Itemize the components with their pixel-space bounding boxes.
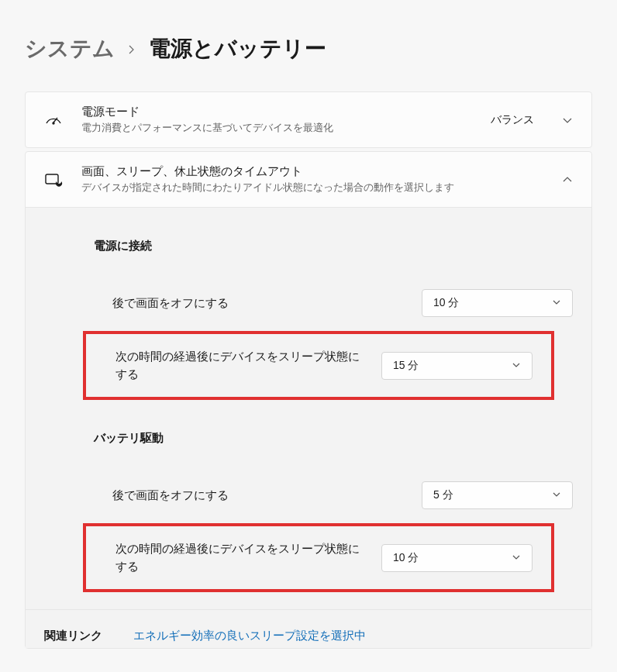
energy-efficient-sleep-link[interactable]: エネルギー効率の良いスリープ設定を選択中 <box>133 629 366 643</box>
svg-point-1 <box>53 122 54 124</box>
plugged-screen-off-row: 後で画面をオフにする 10 分 <box>75 275 591 331</box>
breadcrumb-parent[interactable]: システム <box>25 34 115 64</box>
chevron-down-icon <box>512 552 521 564</box>
chevron-down-icon <box>562 115 573 126</box>
timeouts-subtitle: デバイスが指定された時間にわたりアイドル状態になった場合の動作を選択します <box>81 181 543 195</box>
battery-sleep-row: 次の時間の経過後にデバイスをスリープ状態にする 10 分 <box>83 523 554 592</box>
chevron-down-icon <box>552 489 561 501</box>
related-links-row: 関連リンク エネルギー効率の良いスリープ設定を選択中 <box>26 609 591 648</box>
dropdown-value: 15 分 <box>393 359 419 373</box>
chevron-down-icon <box>512 360 521 372</box>
dropdown-value: 5 分 <box>433 488 453 502</box>
plugged-screen-off-label: 後で画面をオフにする <box>94 295 406 312</box>
breadcrumb-current: 電源とバッテリー <box>149 34 326 64</box>
timeouts-title: 画面、スリープ、休止状態のタイムアウト <box>81 164 543 179</box>
power-mode-subtitle: 電力消費とパフォーマンスに基づいてデバイスを最適化 <box>81 121 472 135</box>
timeouts-header[interactable]: 画面、スリープ、休止状態のタイムアウト デバイスが指定された時間にわたりアイドル… <box>26 152 591 207</box>
dropdown-value: 10 分 <box>393 551 419 565</box>
power-mode-title: 電源モード <box>81 105 472 119</box>
chevron-down-icon <box>552 297 561 309</box>
battery-sleep-label: 次の時間の経過後にデバイスをスリープ状態にする <box>105 540 366 575</box>
gauge-icon <box>44 111 63 129</box>
plugged-screen-off-dropdown[interactable]: 10 分 <box>422 289 573 317</box>
chevron-up-icon <box>562 174 573 185</box>
plugged-sleep-dropdown[interactable]: 15 分 <box>381 352 533 380</box>
dropdown-value: 10 分 <box>433 296 459 310</box>
chevron-right-icon <box>127 39 136 59</box>
power-mode-value: バランス <box>491 113 534 127</box>
plugged-sleep-row: 次の時間の経過後にデバイスをスリープ状態にする 15 分 <box>83 331 554 400</box>
battery-screen-off-row: 後で画面をオフにする 5 分 <box>75 467 591 523</box>
timeouts-card: 画面、スリープ、休止状態のタイムアウト デバイスが指定された時間にわたりアイドル… <box>25 151 592 649</box>
plugged-sleep-label: 次の時間の経過後にデバイスをスリープ状態にする <box>105 348 366 383</box>
battery-screen-off-dropdown[interactable]: 5 分 <box>422 481 573 509</box>
timeouts-body: 電源に接続 後で画面をオフにする 10 分 次の時間の経過後にデバイスをスリープ… <box>26 207 591 648</box>
screen-sleep-icon <box>44 171 63 189</box>
battery-sleep-dropdown[interactable]: 10 分 <box>381 544 533 572</box>
related-links-title: 関連リンク <box>44 629 102 643</box>
plugged-in-heading: 電源に接続 <box>26 208 591 275</box>
breadcrumb: システム 電源とバッテリー <box>25 34 592 64</box>
battery-screen-off-label: 後で画面をオフにする <box>94 487 406 505</box>
battery-heading: バッテリ駆動 <box>26 400 591 467</box>
power-mode-card[interactable]: 電源モード 電力消費とパフォーマンスに基づいてデバイスを最適化 バランス <box>25 91 592 148</box>
